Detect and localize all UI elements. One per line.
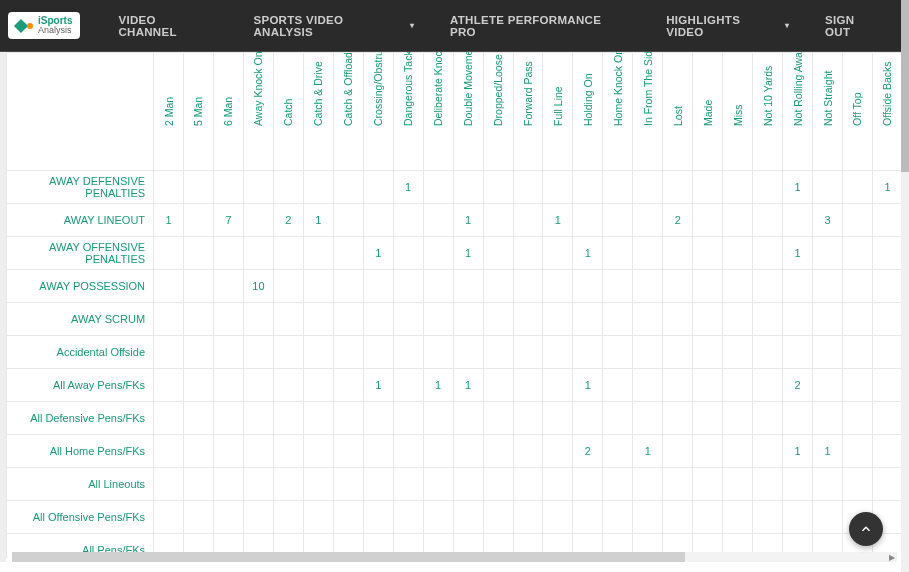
- data-cell[interactable]: [753, 369, 783, 402]
- data-cell[interactable]: [693, 468, 723, 501]
- data-cell[interactable]: [303, 468, 333, 501]
- data-cell[interactable]: [872, 204, 902, 237]
- data-cell[interactable]: [633, 336, 663, 369]
- data-cell[interactable]: [303, 369, 333, 402]
- data-cell[interactable]: [453, 468, 483, 501]
- data-cell[interactable]: [184, 204, 214, 237]
- row-header[interactable]: AWAY POSSESSION: [7, 270, 154, 303]
- data-cell[interactable]: [753, 237, 783, 270]
- data-cell[interactable]: [543, 468, 573, 501]
- data-cell[interactable]: [753, 303, 783, 336]
- data-cell[interactable]: [783, 468, 813, 501]
- page-vertical-scrollbar[interactable]: [901, 0, 909, 572]
- data-cell[interactable]: [483, 435, 513, 468]
- data-cell[interactable]: [723, 369, 753, 402]
- horizontal-scrollbar-arrow-right-icon[interactable]: ▶: [889, 553, 895, 562]
- data-cell[interactable]: [813, 501, 843, 534]
- data-cell[interactable]: [154, 303, 184, 336]
- data-cell[interactable]: [753, 501, 783, 534]
- data-cell[interactable]: [693, 171, 723, 204]
- data-cell[interactable]: 1: [154, 204, 184, 237]
- table-scroll-area[interactable]: 2 Man5 Man6 ManAway Knock OnCatchCatch &…: [6, 52, 903, 558]
- data-cell[interactable]: [154, 237, 184, 270]
- data-cell[interactable]: [303, 501, 333, 534]
- data-cell[interactable]: [783, 501, 813, 534]
- data-cell[interactable]: [813, 171, 843, 204]
- data-cell[interactable]: [423, 204, 453, 237]
- data-cell[interactable]: [393, 369, 423, 402]
- data-cell[interactable]: [513, 501, 543, 534]
- data-cell[interactable]: [393, 435, 423, 468]
- column-header[interactable]: 6 Man: [213, 53, 243, 171]
- column-header[interactable]: Holding On: [573, 53, 603, 171]
- row-header[interactable]: AWAY LINEOUT: [7, 204, 154, 237]
- data-cell[interactable]: [333, 369, 363, 402]
- data-cell[interactable]: [303, 237, 333, 270]
- row-header[interactable]: AWAY SCRUM: [7, 303, 154, 336]
- data-cell[interactable]: [363, 204, 393, 237]
- data-cell[interactable]: [393, 237, 423, 270]
- data-cell[interactable]: [872, 468, 902, 501]
- data-cell[interactable]: [154, 369, 184, 402]
- data-cell[interactable]: [213, 468, 243, 501]
- data-cell[interactable]: [813, 237, 843, 270]
- data-cell[interactable]: [453, 435, 483, 468]
- data-cell[interactable]: [872, 336, 902, 369]
- data-cell[interactable]: [303, 303, 333, 336]
- data-cell[interactable]: [663, 435, 693, 468]
- data-cell[interactable]: [243, 204, 273, 237]
- data-cell[interactable]: [543, 171, 573, 204]
- data-cell[interactable]: 7: [213, 204, 243, 237]
- data-cell[interactable]: [423, 237, 453, 270]
- data-cell[interactable]: [603, 270, 633, 303]
- column-header[interactable]: Home Knock On: [603, 53, 633, 171]
- column-header[interactable]: Catch: [273, 53, 303, 171]
- data-cell[interactable]: [723, 171, 753, 204]
- data-cell[interactable]: [393, 468, 423, 501]
- data-cell[interactable]: [842, 336, 872, 369]
- data-cell[interactable]: [273, 336, 303, 369]
- data-cell[interactable]: [842, 402, 872, 435]
- data-cell[interactable]: [273, 501, 303, 534]
- data-cell[interactable]: [813, 270, 843, 303]
- data-cell[interactable]: [543, 501, 573, 534]
- data-cell[interactable]: [723, 270, 753, 303]
- row-header[interactable]: AWAY OFFENSIVE PENALTIES: [7, 237, 154, 270]
- data-cell[interactable]: 1: [543, 204, 573, 237]
- data-cell[interactable]: [333, 171, 363, 204]
- data-cell[interactable]: [333, 468, 363, 501]
- data-cell[interactable]: [753, 468, 783, 501]
- data-cell[interactable]: [723, 501, 753, 534]
- data-cell[interactable]: [663, 237, 693, 270]
- column-header[interactable]: Full Line: [543, 53, 573, 171]
- data-cell[interactable]: [393, 501, 423, 534]
- data-cell[interactable]: [753, 336, 783, 369]
- data-cell[interactable]: [693, 402, 723, 435]
- data-cell[interactable]: [842, 204, 872, 237]
- column-header[interactable]: Miss: [723, 53, 753, 171]
- data-cell[interactable]: [663, 402, 693, 435]
- data-cell[interactable]: [303, 171, 333, 204]
- data-cell[interactable]: [693, 303, 723, 336]
- data-cell[interactable]: [513, 237, 543, 270]
- data-cell[interactable]: [723, 336, 753, 369]
- data-cell[interactable]: [513, 171, 543, 204]
- data-cell[interactable]: [333, 303, 363, 336]
- data-cell[interactable]: [393, 204, 423, 237]
- data-cell[interactable]: [453, 501, 483, 534]
- data-cell[interactable]: [213, 369, 243, 402]
- data-cell[interactable]: [723, 402, 753, 435]
- data-cell[interactable]: [393, 270, 423, 303]
- nav-item-sign-out[interactable]: SIGN OUT: [807, 14, 901, 38]
- column-header[interactable]: Crossing/Obstruction: [363, 53, 393, 171]
- row-header[interactable]: Accidental Offside: [7, 336, 154, 369]
- data-cell[interactable]: [813, 402, 843, 435]
- data-cell[interactable]: [723, 237, 753, 270]
- column-header[interactable]: 2 Man: [154, 53, 184, 171]
- data-cell[interactable]: [213, 435, 243, 468]
- data-cell[interactable]: [333, 270, 363, 303]
- scroll-to-top-button[interactable]: [849, 512, 883, 546]
- data-cell[interactable]: [573, 171, 603, 204]
- data-cell[interactable]: [663, 171, 693, 204]
- data-cell[interactable]: [872, 402, 902, 435]
